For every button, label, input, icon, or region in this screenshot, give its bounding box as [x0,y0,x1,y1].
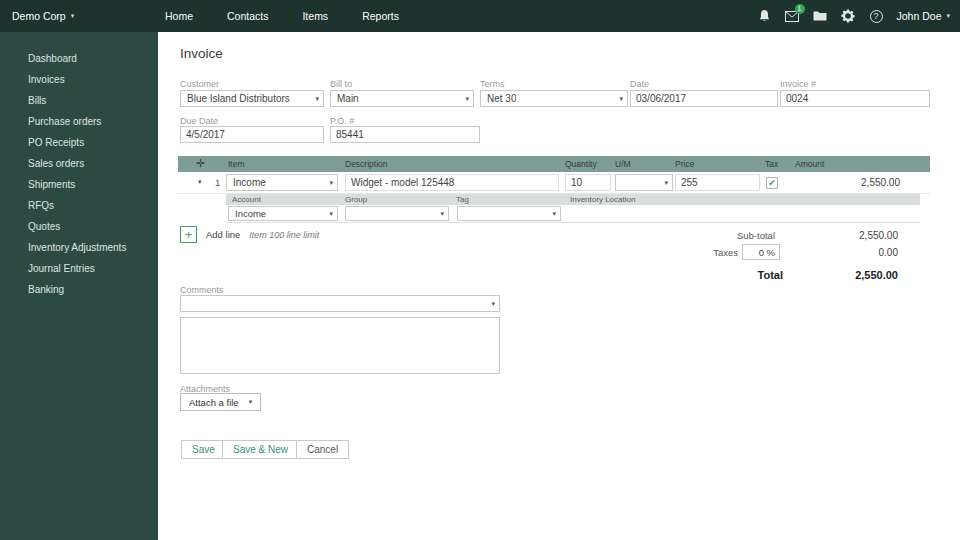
sidebar-item-sales-orders[interactable]: Sales orders [0,153,158,174]
tax-checkbox[interactable]: ✔ [766,177,778,189]
sidebar-item-shipments[interactable]: Shipments [0,174,158,195]
user-name: John Doe [897,10,942,22]
sidebar-item-po-receipts[interactable]: PO Receipts [0,132,158,153]
due-date-input[interactable] [180,126,324,143]
sidebar-item-quotes[interactable]: Quotes [0,216,158,237]
top-navbar: Demo Corp ▾ Home Contacts Items Reports … [0,0,960,32]
help-icon[interactable]: ? [869,9,884,24]
invoice-number-label: Invoice # [780,79,816,89]
chevron-down-icon: ▾ [946,12,950,20]
date-label: Date [630,79,649,89]
po-number-input[interactable] [330,126,480,143]
add-line-hint: Item 100 line limit [249,230,319,240]
customer-select[interactable]: Blue Island Distributors ▾ [180,90,324,107]
save-button[interactable]: Save [181,440,226,459]
add-line-row: + Add line Item 100 line limit [180,226,319,243]
table-row: ▾ 1 Income ▾ ▾ ✔ 2,550.00 [178,172,930,194]
bell-icon[interactable] [757,9,772,24]
nav-item-home[interactable]: Home [148,0,210,32]
chevron-down-icon: ▾ [465,95,469,103]
comments-label: Comments [180,285,224,295]
line-items-table: ✛ Item Description Quantity U/M Price Ta… [178,156,930,223]
tag-select[interactable]: ▾ [457,206,561,221]
sidebar-item-inventory-adjustments[interactable]: Inventory Adjustments [0,237,158,258]
sub-col-account: Account [232,194,261,205]
col-header-uom: U/M [615,156,631,172]
attach-file-button[interactable]: Attach a file ▾ [180,393,261,411]
company-name: Demo Corp [12,0,66,32]
sub-col-group: Group [345,194,367,205]
add-line-label: Add line [206,229,240,240]
chevron-down-icon: ▾ [491,300,495,308]
nav-item-reports[interactable]: Reports [345,0,416,32]
row-number: 1 [215,177,220,188]
chevron-down-icon: ▾ [329,179,333,187]
folder-icon[interactable] [813,9,828,24]
user-menu[interactable]: John Doe ▾ [897,10,950,22]
group-select[interactable]: ▾ [345,206,449,221]
account-select[interactable]: Income ▾ [228,206,338,221]
invoice-number-input[interactable] [780,90,930,107]
chevron-down-icon: ▾ [71,0,75,32]
col-header-tax: Tax [765,156,778,172]
chevron-down-icon: ▾ [552,210,556,218]
chevron-down-icon: ▾ [440,210,444,218]
gear-icon[interactable] [841,9,856,24]
col-header-item: Item [228,156,245,172]
bill-to-select[interactable]: Main ▾ [330,90,474,107]
nav-item-contacts[interactable]: Contacts [210,0,285,32]
messages-icon[interactable]: 1 [785,9,800,24]
subtotal-label: Sub-total [638,230,775,241]
sidebar-item-purchase-orders[interactable]: Purchase orders [0,111,158,132]
terms-select[interactable]: Net 30 ▾ [480,90,628,107]
sidebar-item-rfqs[interactable]: RFQs [0,195,158,216]
chevron-down-icon: ▾ [619,95,623,103]
price-input[interactable] [675,174,760,191]
col-header-price: Price [675,156,694,172]
taxes-label: Taxes [638,247,738,258]
comments-select[interactable]: ▾ [180,295,500,312]
customer-label: Customer [180,79,219,89]
bill-to-label: Bill to [330,79,352,89]
chevron-down-icon: ▾ [249,398,253,406]
table-header-row: ✛ Item Description Quantity U/M Price Ta… [178,156,930,172]
col-header-description: Description [345,156,388,172]
company-menu[interactable]: Demo Corp ▾ [12,0,74,32]
uom-select[interactable]: ▾ [615,174,673,191]
sidebar-item-banking[interactable]: Banking [0,279,158,300]
save-and-new-button[interactable]: Save & New [222,440,299,459]
col-header-quantity: Quantity [565,156,597,172]
col-header-amount: Amount [795,156,824,172]
date-input[interactable] [630,90,778,107]
add-line-button[interactable]: + [180,226,197,243]
tax-amount-value: 0.00 [798,247,898,258]
po-number-label: P.O. # [330,116,354,126]
chevron-down-icon: ▾ [664,179,668,187]
move-icon[interactable]: ✛ [196,157,205,170]
sub-row: Income ▾ ▾ ▾ [226,205,920,223]
row-expand-icon[interactable]: ▾ [198,178,202,186]
sidebar-item-bills[interactable]: Bills [0,90,158,111]
nav-right-group: 1 ? John Doe ▾ [757,0,950,32]
sidebar-item-dashboard[interactable]: Dashboard [0,48,158,69]
sidebar-item-journal-entries[interactable]: Journal Entries [0,258,158,279]
sub-col-inventory-location: Inventory Location [570,194,635,205]
sidebar-item-invoices[interactable]: Invoices [0,69,158,90]
total-value: 2,550.00 [758,269,898,281]
message-count-badge: 1 [795,4,805,14]
subtotal-value: 2,550.00 [780,230,898,241]
chevron-down-icon: ▾ [329,210,333,218]
amount-value: 2,550.00 [788,177,900,188]
due-date-label: Due Date [180,116,218,126]
tax-rate-input[interactable] [742,244,780,260]
nav-item-items[interactable]: Items [285,0,345,32]
main-content: Invoice Customer Blue Island Distributor… [158,32,960,540]
description-input[interactable] [345,174,559,191]
sub-col-tag: Tag [456,194,469,205]
quantity-input[interactable] [565,174,611,191]
comments-textarea[interactable] [180,317,500,374]
main-nav: Home Contacts Items Reports [148,0,416,32]
cancel-button[interactable]: Cancel [296,440,349,459]
item-select[interactable]: Income ▾ [226,174,338,191]
terms-label: Terms [480,79,505,89]
